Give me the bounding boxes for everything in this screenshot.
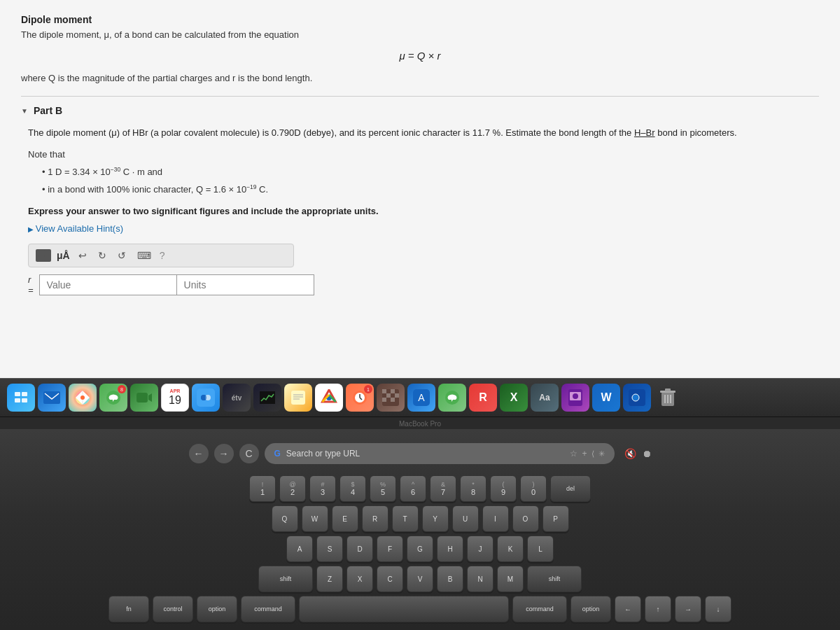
key-m[interactable]: M [497, 566, 524, 592]
address-bar[interactable]: G Search or type URL ☆ + ⟨ ✳ [265, 443, 615, 464]
dock-item-preview[interactable] [561, 384, 589, 412]
undo-button[interactable]: ↩ [76, 248, 90, 262]
key-0[interactable]: )0 [520, 475, 547, 502]
dock-item-chrome[interactable] [315, 384, 343, 412]
redo-button[interactable]: ↻ [95, 248, 109, 262]
dock-item-dictionary[interactable]: Aa [531, 384, 559, 412]
key-w[interactable]: W [302, 505, 328, 532]
dock-item-excel[interactable]: X [500, 384, 528, 412]
volume-icon[interactable]: 🔇 [624, 448, 636, 459]
key-control[interactable]: control [153, 596, 193, 622]
key-arrow-up[interactable]: ↑ [645, 596, 671, 622]
dock-item-mission-control[interactable] [7, 384, 35, 412]
section-divider [21, 96, 819, 97]
key-fn[interactable]: fn [108, 596, 149, 622]
key-g[interactable]: G [407, 536, 433, 562]
key-y[interactable]: Y [422, 505, 449, 532]
settings-icon[interactable]: ✳ [598, 449, 605, 458]
key-spacebar[interactable] [299, 596, 509, 622]
help-icon[interactable]: ? [160, 250, 165, 261]
r-equals-label: r = [28, 274, 34, 295]
dock-item-rosetta[interactable]: R [469, 384, 497, 412]
key-4[interactable]: $4 [340, 475, 366, 502]
refresh-button[interactable]: C [239, 444, 259, 463]
forward-button[interactable]: → [214, 444, 234, 463]
key-r[interactable]: R [362, 505, 388, 532]
view-hints-link[interactable]: View Available Hint(s) [21, 223, 819, 234]
key-p[interactable]: P [542, 505, 569, 532]
share-icon[interactable]: ⟨ [592, 449, 594, 458]
key-6[interactable]: ^6 [400, 475, 426, 502]
key-option[interactable]: option [197, 596, 237, 622]
key-cmd-left[interactable]: command [241, 596, 295, 622]
reset-button[interactable]: ↺ [115, 248, 129, 262]
dock-item-reminders[interactable]: 1 [346, 384, 374, 412]
star-icon[interactable]: ☆ [570, 449, 578, 458]
plus-icon[interactable]: + [582, 449, 587, 458]
key-8[interactable]: *8 [460, 475, 486, 502]
key-arrow-left[interactable]: ← [615, 596, 641, 622]
key-x[interactable]: X [346, 566, 373, 592]
key-1[interactable]: !1 [249, 475, 276, 502]
dock-item-finder[interactable] [192, 384, 220, 412]
appstore-icon: A [413, 389, 430, 406]
svg-point-6 [80, 396, 85, 400]
key-d[interactable]: D [346, 536, 373, 562]
dictionary-label: Aa [539, 393, 550, 402]
key-a[interactable]: A [286, 536, 313, 562]
key-j[interactable]: J [467, 536, 493, 562]
key-q[interactable]: Q [272, 505, 298, 532]
key-9[interactable]: (9 [490, 475, 517, 502]
key-s[interactable]: S [316, 536, 343, 562]
back-button[interactable]: ← [189, 444, 209, 463]
svg-rect-28 [386, 393, 391, 398]
key-t[interactable]: T [392, 505, 419, 532]
dock-item-messages[interactable]: 8 [99, 384, 127, 412]
key-u[interactable]: U [452, 505, 479, 532]
key-shift-left[interactable]: shift [258, 566, 313, 592]
keyboard-button[interactable]: ⌨ [134, 248, 154, 262]
key-n[interactable]: N [467, 566, 493, 592]
dock-item-outlook[interactable] [623, 384, 651, 412]
key-k[interactable]: K [497, 536, 524, 562]
dock-item-mail[interactable] [38, 384, 66, 412]
key-b[interactable]: B [437, 566, 463, 592]
dock-item-word[interactable]: W [592, 384, 620, 412]
dock-item-appletv[interactable]: étv [223, 384, 251, 412]
dock-item-appstore[interactable]: A [407, 384, 435, 412]
key-5[interactable]: %5 [370, 475, 396, 502]
key-option-right[interactable]: option [570, 596, 611, 622]
screen-icon[interactable]: ⏺ [642, 448, 652, 459]
dock-item-photos[interactable] [69, 384, 97, 412]
mu-icon[interactable]: μÅ [57, 250, 70, 261]
collapse-icon[interactable]: ▼ [21, 107, 28, 115]
key-l[interactable]: L [527, 536, 554, 562]
dock-item-messages2[interactable] [438, 384, 466, 412]
key-h[interactable]: H [437, 536, 463, 562]
dock-item-facetime[interactable] [130, 384, 158, 412]
key-f[interactable]: F [377, 536, 403, 562]
key-3[interactable]: #3 [309, 475, 336, 502]
key-arrow-down[interactable]: ↓ [705, 596, 732, 622]
key-i[interactable]: I [482, 505, 509, 532]
key-cmd-right[interactable]: command [512, 596, 567, 622]
value-input[interactable] [39, 274, 177, 295]
key-2[interactable]: @2 [279, 475, 306, 502]
key-e[interactable]: E [332, 505, 358, 532]
key-o[interactable]: O [512, 505, 539, 532]
dock-item-notes[interactable] [284, 384, 312, 412]
dock-item-stocks[interactable] [253, 384, 281, 412]
key-c[interactable]: C [377, 566, 403, 592]
units-input[interactable] [177, 274, 314, 295]
key-arrow-right[interactable]: → [675, 596, 701, 622]
grid-icon[interactable] [36, 249, 51, 262]
address-bar-row: ← → C G Search or type URL ☆ + ⟨ ✳ 🔇 ⏺ [28, 443, 812, 464]
key-shift-right[interactable]: shift [527, 566, 582, 592]
key-v[interactable]: V [407, 566, 433, 592]
dock-item-chess[interactable] [377, 384, 405, 412]
dock-item-calendar[interactable]: APR 19 [161, 384, 189, 412]
key-delete[interactable]: del [550, 475, 591, 502]
key-7[interactable]: &7 [430, 475, 456, 502]
key-z[interactable]: Z [316, 566, 343, 592]
dock-item-trash[interactable] [654, 384, 682, 412]
